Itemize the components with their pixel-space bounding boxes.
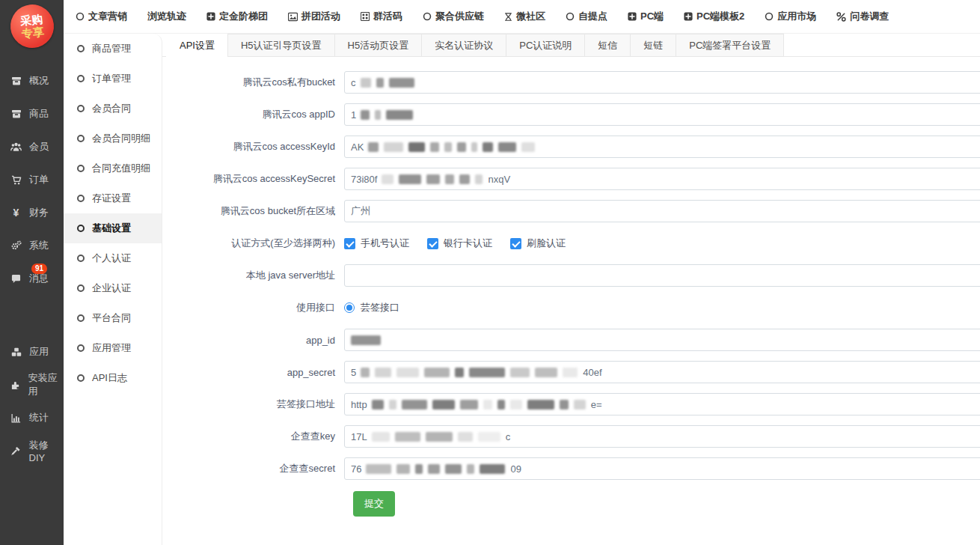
sidebar-item-7[interactable]: 消息91 — [0, 262, 64, 295]
submenu-item-7[interactable]: 基础设置 — [64, 213, 162, 243]
checked-checkbox-icon[interactable] — [510, 238, 521, 249]
brand-logo[interactable]: 采购 专享 — [8, 2, 56, 50]
checkbox-option-2[interactable]: 银行卡认证 — [427, 237, 492, 250]
redacted-value-block — [428, 464, 440, 474]
redacted-value-block — [361, 78, 371, 88]
topnav-item-8[interactable]: 自提点 — [566, 10, 607, 23]
checked-checkbox-icon[interactable] — [344, 238, 355, 249]
submenu-item-label: API日志 — [92, 371, 127, 385]
submenu-item-12[interactable]: API日志 — [64, 363, 162, 393]
sidebar-item-9[interactable]: 安装应用 — [0, 368, 64, 401]
text-input[interactable]: 广州 — [344, 200, 980, 222]
form-row: 芸签接口地址httpe= — [162, 393, 980, 415]
sidebar-item-11[interactable]: 装修DIY — [0, 434, 64, 467]
checkbox-option-3[interactable]: 刷脸认证 — [510, 237, 566, 250]
topnav-item-10[interactable]: PC端模板2 — [684, 10, 744, 23]
topnav-item-3[interactable]: 定金阶梯团 — [206, 10, 268, 23]
field-label: 本地 java server地址 — [162, 269, 344, 282]
form-row: 腾讯云cos私有bucketc — [162, 71, 980, 94]
submenu-item-8[interactable]: 个人认证 — [64, 243, 162, 273]
checkbox-option-1[interactable]: 手机号认证 — [344, 237, 409, 250]
settings-form: 腾讯云cos私有bucketc腾讯云cos appID1腾讯云cos acces… — [162, 57, 980, 517]
form-row: 腾讯云cos appID1 — [162, 103, 980, 126]
circle-bullet-icon — [77, 255, 85, 262]
text-input[interactable]: 17Lc — [344, 425, 980, 448]
text-input[interactable]: 540ef — [344, 361, 980, 383]
sidebar-item-1[interactable]: 概况 — [0, 64, 64, 97]
submenu-item-4[interactable]: 会员合同明细 — [64, 124, 162, 153]
text-input[interactable]: c — [344, 71, 980, 94]
redacted-value-block — [527, 400, 554, 409]
tab-7[interactable]: 短链 — [630, 34, 676, 57]
submenu-item-5[interactable]: 合同充值明细 — [64, 153, 162, 183]
topnav-item-1[interactable]: 文章营销 — [76, 10, 127, 23]
submenu-item-1[interactable]: 商品管理 — [64, 34, 162, 64]
tab-5[interactable]: PC认证说明 — [506, 34, 585, 57]
topnav-item-11[interactable]: 应用市场 — [765, 10, 816, 23]
value-fragment: 76 — [351, 463, 361, 475]
submenu-item-2[interactable]: 订单管理 — [64, 64, 162, 94]
submenu-item-11[interactable]: 应用管理 — [64, 333, 162, 363]
tab-3[interactable]: H5活动页设置 — [334, 34, 423, 57]
submenu-item-3[interactable]: 会员合同 — [64, 94, 162, 124]
topnav-item-7[interactable]: 微社区 — [504, 10, 545, 23]
image-icon — [288, 12, 298, 22]
tab-6[interactable]: 短信 — [584, 34, 631, 57]
text-input[interactable]: 7609 — [344, 457, 980, 480]
topnav-item-2[interactable]: 浏览轨迹 — [147, 10, 186, 23]
tab-4[interactable]: 实名认证协议 — [421, 34, 506, 57]
text-input[interactable] — [344, 329, 980, 351]
topnav-item-12[interactable]: 问卷调查 — [836, 10, 889, 23]
topnav-item-label: 自提点 — [578, 10, 607, 23]
sidebar-item-6[interactable]: 系统 — [0, 229, 64, 262]
sidebar-item-label: 订单 — [29, 173, 49, 186]
selected-radio-icon[interactable] — [344, 302, 355, 313]
sidebar-item-10[interactable]: 统计 — [0, 401, 64, 434]
value-fragment: e= — [591, 399, 602, 410]
app-root: 采购 专享 概况商品会员订单¥财务系统消息91应用安装应用统计装修DIY 文章营… — [0, 0, 980, 545]
submit-button[interactable]: 提交 — [353, 491, 395, 517]
form-row: app_secret540ef — [162, 361, 980, 383]
cubes-icon — [10, 347, 22, 357]
redacted-value-block — [396, 368, 419, 377]
radio-option-1[interactable]: 芸签接口 — [344, 301, 399, 314]
checked-checkbox-icon[interactable] — [427, 238, 438, 249]
submenu-item-9[interactable]: 企业认证 — [64, 273, 162, 303]
submenu-item-10[interactable]: 平台合同 — [64, 303, 162, 333]
circle-bullet-icon — [77, 284, 85, 292]
yen-icon: ¥ — [10, 207, 22, 219]
sidebar-item-5[interactable]: ¥财务 — [0, 196, 64, 229]
value-fragment: AK — [351, 141, 364, 153]
tab-1[interactable]: API设置 — [166, 34, 228, 57]
topnav-item-6[interactable]: 聚合供应链 — [423, 10, 484, 23]
topnav-item-label: 微社区 — [516, 10, 545, 23]
field-label: 腾讯云cos bucket所在区域 — [162, 204, 344, 218]
redacted-value-block — [457, 142, 466, 152]
redacted-value-block — [372, 400, 384, 409]
text-input[interactable]: httpe= — [344, 393, 980, 415]
sidebar-item-2[interactable]: 商品 — [0, 97, 64, 130]
topnav-item-9[interactable]: PC端 — [628, 10, 664, 23]
sidebar-item-label: 应用 — [29, 345, 49, 359]
tab-8[interactable]: PC端签署平台设置 — [676, 34, 784, 57]
topnav-item-4[interactable]: 拼团活动 — [288, 10, 340, 23]
form-row: 认证方式(至少选择两种)手机号认证银行卡认证刷脸认证 — [162, 232, 980, 255]
sidebar-item-4[interactable]: 订单 — [0, 163, 64, 196]
text-input[interactable]: 1 — [344, 103, 980, 126]
checkbox-label: 银行卡认证 — [444, 237, 492, 250]
redacted-value-block — [510, 400, 522, 409]
topnav-item-5[interactable]: 群活码 — [361, 10, 402, 23]
tab-2[interactable]: H5认证引导页设置 — [227, 34, 335, 57]
main-content: API设置H5认证引导页设置H5活动页设置实名认证协议PC认证说明短信短链PC端… — [162, 34, 980, 545]
text-input[interactable]: 73i80fnxqV — [344, 168, 980, 190]
value-fragment: 09 — [510, 463, 521, 475]
sidebar-item-8[interactable]: 应用 — [0, 335, 64, 368]
sidebar-item-label: 商品 — [29, 107, 49, 121]
redacted-value-block — [478, 432, 500, 442]
text-input[interactable] — [344, 264, 980, 287]
sidebar-item-label: 系统 — [29, 239, 49, 252]
text-input[interactable]: AK — [344, 136, 980, 158]
sidebar-item-3[interactable]: 会员 — [0, 130, 64, 163]
chat-icon — [10, 274, 22, 284]
submenu-item-6[interactable]: 存证设置 — [64, 183, 162, 213]
